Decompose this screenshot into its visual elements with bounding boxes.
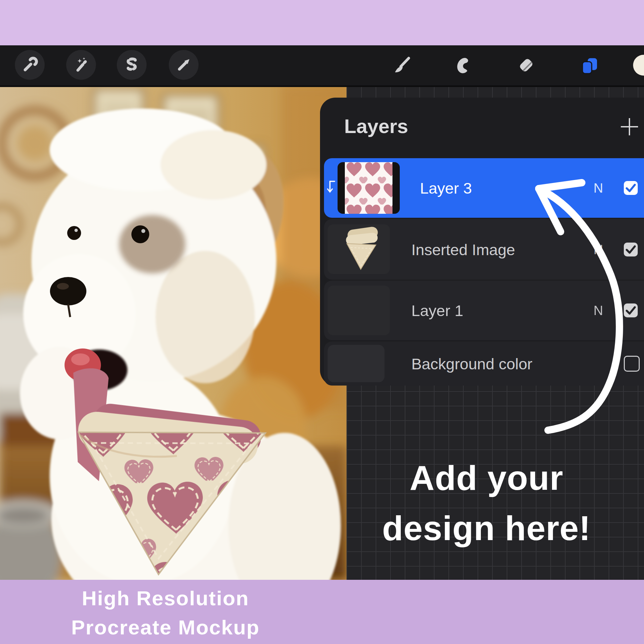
layer-thumbnail-background[interactable] <box>328 345 385 382</box>
layer-visibility-checkbox[interactable] <box>624 243 638 256</box>
clipping-mask-arrow-icon <box>326 179 337 197</box>
dog-bandana-photo <box>0 85 346 580</box>
cta-text: Add your design here! <box>344 453 629 553</box>
layer-visibility-checkbox[interactable] <box>624 181 638 195</box>
color-swatch[interactable] <box>628 53 644 77</box>
layer-visibility-checkbox[interactable] <box>624 356 640 372</box>
footer-text: High Resolution Procreate Mockup <box>20 584 311 642</box>
layer-label: Background color <box>411 354 532 373</box>
brush-icon[interactable] <box>390 53 414 77</box>
blend-mode-button[interactable]: N <box>590 303 607 318</box>
transform-arrow-icon[interactable] <box>169 50 199 80</box>
eraser-icon[interactable] <box>514 53 538 77</box>
blend-mode-button[interactable]: N <box>590 181 607 196</box>
layer-row-background-color[interactable]: Background color <box>324 342 644 386</box>
layer-row-inserted-image[interactable]: Inserted Image N <box>324 219 644 280</box>
layers-panel: Layers Layer 3 N <box>320 98 644 386</box>
procreate-mockup-screen: { "app": { "name": "Procreate layers moc… <box>0 0 644 644</box>
adjustments-magic-wand-icon[interactable] <box>66 50 96 80</box>
layer-thumbnail-hearts[interactable] <box>338 162 400 214</box>
blend-mode-button[interactable]: N <box>590 242 607 257</box>
selection-s-icon[interactable] <box>117 50 147 80</box>
layer-label: Layer 1 <box>411 301 463 320</box>
layer-label: Layer 3 <box>420 179 472 197</box>
layers-panel-header: Layers <box>320 98 644 154</box>
top-border-band <box>0 0 644 45</box>
add-layer-button[interactable] <box>620 117 639 137</box>
cta-line-2: design here! <box>344 503 629 553</box>
footer-line-2: Procreate Mockup <box>20 613 311 642</box>
layer-row-layer-1[interactable]: Layer 1 N <box>324 281 644 340</box>
layer-row-layer-3[interactable]: Layer 3 N <box>324 158 644 218</box>
actions-wrench-icon[interactable] <box>15 50 45 80</box>
procreate-toolbar <box>0 45 644 87</box>
layers-panel-title: Layers <box>344 115 408 138</box>
footer-line-1: High Resolution <box>20 584 311 613</box>
cta-line-1: Add your <box>344 453 629 503</box>
layers-icon[interactable] <box>576 53 600 77</box>
layer-thumbnail-bandana[interactable] <box>328 224 390 274</box>
layer-visibility-checkbox[interactable] <box>624 303 638 317</box>
layer-thumbnail-photo[interactable] <box>328 286 390 335</box>
smudge-icon[interactable] <box>451 53 475 77</box>
layer-label: Inserted Image <box>411 240 515 258</box>
